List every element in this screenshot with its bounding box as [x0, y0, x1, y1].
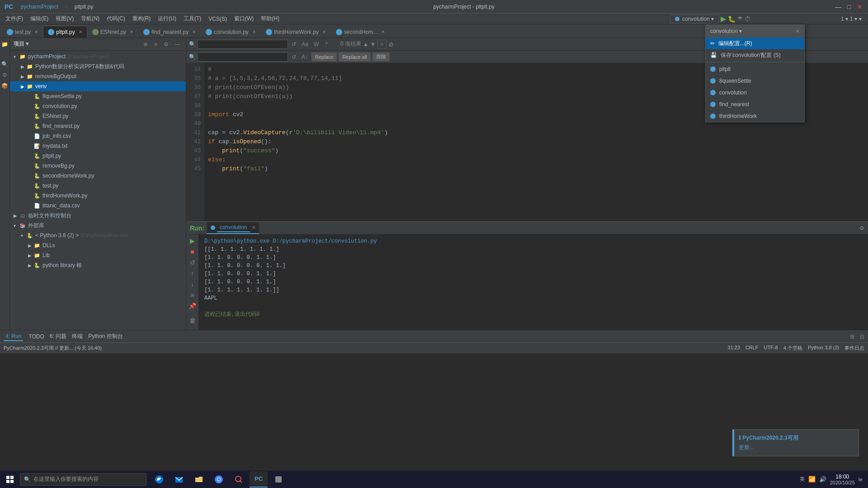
- menu-file[interactable]: 文件(F): [2, 14, 27, 23]
- replace-size-btn[interactable]: A↕: [300, 53, 310, 61]
- tree-item-secondhomework[interactable]: 🐍 secondHomeWork.py: [10, 171, 186, 181]
- run-stop-btn[interactable]: ■: [188, 247, 197, 256]
- dropdown-item-findnearest[interactable]: find_nearest: [706, 99, 804, 110]
- project-settings-btn[interactable]: ⚙: [162, 40, 170, 48]
- tree-item-convolution[interactable]: 🐍 convolution.py: [10, 101, 186, 111]
- menu-vcs[interactable]: VCS(S): [205, 15, 231, 23]
- tab-thirdhomework-py[interactable]: thirdHomeWork.py ✕: [261, 26, 331, 38]
- settings-icon[interactable]: ⚙: [859, 225, 864, 231]
- menu-run[interactable]: 运行(U): [154, 14, 180, 23]
- tree-item-pythonlib[interactable]: ▶ 🐍 python library 根: [10, 260, 186, 270]
- run-up-btn[interactable]: ↑: [188, 269, 197, 278]
- tree-item-venv[interactable]: ▶ 📁 venv: [10, 81, 186, 91]
- run-down-btn[interactable]: ↓: [188, 280, 197, 289]
- tab-close[interactable]: ✕: [79, 29, 82, 34]
- tab-close[interactable]: ✕: [322, 29, 326, 34]
- run-clear-btn[interactable]: 🗑: [188, 316, 197, 325]
- charset[interactable]: UTF-8: [764, 345, 778, 352]
- menu-code[interactable]: 代码(C): [103, 14, 129, 23]
- bottom-tab-terminal[interactable]: 终端: [72, 333, 83, 340]
- search-word-btn[interactable]: W: [312, 40, 321, 48]
- tree-item-testpy[interactable]: 🐍 test.py: [10, 181, 186, 191]
- indent-type[interactable]: 4 个空格: [783, 345, 802, 352]
- project-collapse-btn[interactable]: ≡: [152, 40, 159, 48]
- dropdown-item-thirdhomework[interactable]: thirdHomeWork: [706, 110, 804, 122]
- profile-button[interactable]: ⏱: [745, 15, 750, 22]
- python-version[interactable]: Python 3.8 (2): [808, 345, 839, 352]
- menu-refactor[interactable]: 重构(R): [129, 14, 155, 23]
- search-regex-btn[interactable]: .*: [322, 40, 330, 48]
- tree-item-removebgpy[interactable]: 🐍 removeBg.py: [10, 161, 186, 171]
- taskbar-app-files[interactable]: [190, 471, 208, 488]
- run-wrap-btn[interactable]: ≡: [188, 291, 197, 300]
- tree-item-titanic[interactable]: 📄 titanic_data.csv: [10, 201, 186, 211]
- replace-input[interactable]: [198, 52, 288, 61]
- replace-all-btn[interactable]: Replace all: [339, 52, 370, 61]
- search-case-btn[interactable]: Aa: [300, 40, 310, 48]
- filter-icon[interactable]: ⊘: [388, 41, 394, 48]
- search-prev-btn[interactable]: ▲: [363, 41, 368, 47]
- bottom-tab-run[interactable]: 4: Run: [4, 332, 23, 341]
- tree-item-8queen[interactable]: 🐍 8queenSettle.py: [10, 91, 186, 101]
- tree-root[interactable]: ▾ 📁 pycharmProject D:\pycharmProject: [10, 52, 186, 61]
- debug-button[interactable]: 🐛: [728, 15, 736, 23]
- run-rerun-btn[interactable]: ↺: [188, 258, 197, 267]
- tree-item-temp[interactable]: ▶ 🗂 临时文件和控制台: [10, 211, 186, 221]
- dropdown-item-pltplt[interactable]: pltplt: [706, 63, 804, 75]
- dropdown-item-8queen[interactable]: 8queenSettle: [706, 75, 804, 87]
- tree-item-findnearest[interactable]: 🐍 find_nearest.py: [10, 121, 186, 131]
- dropdown-item-save[interactable]: 💾 保存'convolution'配置 (S): [706, 49, 804, 61]
- menu-window[interactable]: 窗口(W): [231, 14, 257, 23]
- tree-item-lib[interactable]: ▶ 📁 Lib: [10, 250, 186, 260]
- notification-link[interactable]: 更新...: [739, 444, 754, 450]
- sidebar-icon-4[interactable]: 📦: [0, 81, 9, 90]
- tab-test-py[interactable]: test.py ✕: [2, 26, 43, 38]
- sidebar-icon-3[interactable]: ⚙: [0, 70, 9, 80]
- search-refresh-btn[interactable]: ↺: [290, 40, 298, 48]
- tab-secondhom-py[interactable]: secondHom... ✕: [331, 26, 390, 38]
- line-separator[interactable]: CRLF: [745, 345, 759, 352]
- tab-convolution-py[interactable]: convolution.py ✕: [201, 26, 261, 38]
- taskbar-search[interactable]: 🔍 在这里输入你要搜索的内容: [20, 473, 146, 486]
- search-options-btn[interactable]: ≡: [377, 40, 387, 49]
- menu-tools[interactable]: 工具(T): [180, 14, 205, 23]
- tab-close[interactable]: ✕: [381, 29, 385, 34]
- taskbar-app-pycharm[interactable]: PC: [250, 471, 268, 488]
- maximize-button[interactable]: □: [845, 3, 853, 10]
- tab-find-nearest-py[interactable]: find_nearest.py ✕: [138, 26, 201, 38]
- tree-item-mydata[interactable]: 📝 mydata.txt: [10, 141, 186, 151]
- taskbar-app-chrome[interactable]: [210, 471, 228, 488]
- dropdown-item-convolution[interactable]: convolution: [706, 87, 804, 99]
- run-button[interactable]: ▶: [721, 14, 726, 23]
- pycharm-update-status[interactable]: PyCharm2020.2.3可用 // 更新... (今天 16:40): [4, 345, 102, 352]
- menu-nav[interactable]: 导航(N): [77, 14, 103, 23]
- run-play-btn[interactable]: ▶: [188, 236, 197, 245]
- start-button[interactable]: [2, 471, 18, 488]
- tree-item-python38[interactable]: ▾ 🐍 < Python 3.8 (2) > D:\Python\python.…: [10, 230, 186, 240]
- tree-item-external[interactable]: ▾ 📚 外部库: [10, 221, 186, 230]
- run-tab-convolution[interactable]: convolution ✕: [207, 222, 259, 234]
- taskbar-app-mail[interactable]: [170, 471, 188, 488]
- search-input[interactable]: [198, 40, 288, 49]
- tree-item-pltplt[interactable]: 🐍 pltplt.py: [10, 151, 186, 161]
- taskbar-app-search[interactable]: [230, 471, 248, 488]
- run-pin-btn[interactable]: 📌: [188, 301, 197, 310]
- search-next-btn[interactable]: ▼: [370, 41, 376, 47]
- sidebar-bottom-toggle[interactable]: ⊟: [860, 333, 864, 340]
- tab-close[interactable]: ✕: [192, 29, 196, 34]
- tab-close[interactable]: ✕: [34, 29, 38, 34]
- tab-esnnet-py[interactable]: ESNnet.py ✕: [87, 26, 138, 38]
- sidebar-icon-2[interactable]: 🔍: [0, 60, 9, 69]
- run-config-selector[interactable]: convolution ▾: [670, 14, 719, 23]
- replace-btn[interactable]: Replace: [311, 52, 337, 61]
- tree-item-pptdata[interactable]: ▶ 📁 Python数据分析实训PPT&数据&代码: [10, 61, 186, 71]
- project-close-btn[interactable]: —: [173, 40, 182, 48]
- event-log[interactable]: 事件日志: [844, 345, 864, 352]
- tree-item-removebg[interactable]: ▶ 📁 removeBgOutput: [10, 71, 186, 81]
- bottom-tab-todo[interactable]: TODO: [28, 333, 44, 340]
- dropdown-item-edit[interactable]: ✏ 编辑配置...(R): [706, 38, 804, 49]
- run-tab-close[interactable]: ✕: [252, 225, 255, 230]
- tab-close[interactable]: ✕: [252, 29, 256, 34]
- exclude-btn[interactable]: 排除: [373, 52, 390, 61]
- taskbar-app-other[interactable]: [269, 471, 288, 488]
